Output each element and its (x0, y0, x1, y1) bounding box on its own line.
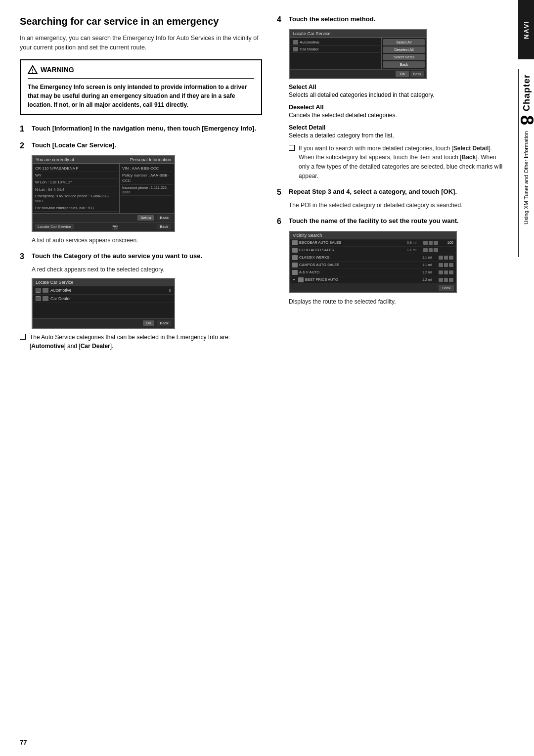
locate-car-service-btn[interactable]: Locate Car Service (35, 224, 74, 229)
vic-mini-4a (439, 263, 443, 267)
deselect-all-button[interactable]: Deselect All (383, 46, 425, 53)
vic-row-echo[interactable]: ECHO AUTO SALES 1.1 mi (290, 247, 456, 254)
vic-mini-6c (449, 278, 453, 282)
warning-divider (28, 78, 254, 79)
back-button-sel2[interactable]: Back (410, 71, 424, 77)
back-button-1[interactable]: Back (157, 215, 172, 221)
step-1: 1 Touch [Information] in the navigation … (20, 124, 262, 134)
step-4-title: Touch the selection method. (289, 15, 375, 24)
step-2-num: 2 (20, 141, 28, 151)
lcs-row-3: W Lon : 118 13'41.2" (34, 179, 118, 186)
vic-icons-5 (439, 270, 453, 274)
automotive-icon (43, 288, 48, 293)
select-all-button[interactable]: Select All (383, 39, 425, 45)
page-container: NAVI Chapter 8 Using XM Tuner and Other … (0, 0, 534, 756)
step-2: 2 Touch [Locate Car Service]. You are cu… (20, 141, 262, 245)
warning-label: WARNING (41, 66, 74, 74)
chapter-sublabel: Using XM Tuner and Other Information (523, 131, 530, 224)
back-button-sel[interactable]: Back (383, 61, 425, 68)
lcs-screen-1: You are currently at: Personal Informati… (32, 155, 175, 232)
vic-mini-5c (449, 270, 453, 274)
back-button-1b[interactable]: Back (157, 224, 171, 229)
step-2-header: 2 Touch [Locate Car Service]. (20, 141, 262, 151)
term-deselect-all: Deselect All Cancels the selected detail… (289, 103, 503, 120)
vic-mini-5a (439, 270, 443, 274)
vic-mini-6b (444, 278, 448, 282)
lcs-title-bar: You are currently at: Personal Informati… (33, 156, 174, 164)
vic-name-5: A & V AUTO (299, 270, 421, 274)
cardealer-checkbox[interactable] (36, 296, 41, 301)
vic-mini-4c (449, 263, 453, 267)
step-1-header: 1 Touch [Information] in the navigation … (20, 124, 262, 134)
vic-screen: Vicinity Search ESCOBAR AUTO SALES 0.9 m… (289, 231, 457, 293)
step-3-title: Touch the Category of the auto service y… (32, 252, 202, 261)
vic-mini-6a (439, 278, 443, 282)
chapter-sidebar: Chapter 8 Using XM Tuner and Other Infor… (518, 69, 534, 257)
vic-row-bestprice[interactable]: ▼ BEST PRICE AUTO 1.2 mi (290, 276, 456, 284)
ok-button-sel[interactable]: OK (396, 71, 409, 77)
sel-automotive-row[interactable]: Automotive (291, 39, 380, 46)
vic-row-classix[interactable]: CLASSIX WERKS 1.1 mi (290, 254, 456, 262)
setup-button[interactable]: Setup (137, 215, 154, 221)
vic-mini-1b (429, 241, 433, 245)
vic-row-av[interactable]: A & V AUTO 1.2 mi (290, 269, 456, 276)
vic-mini-2a (423, 248, 428, 252)
step-5-title: Repeat Step 3 and 4, select a category, … (289, 187, 457, 196)
vic-icons-4 (439, 263, 453, 267)
sel-screen: Locate Car Service Automotive Car Dealer (289, 29, 427, 79)
page-title: Searching for car service in an emergenc… (20, 15, 262, 28)
step-4-num: 4 (277, 15, 285, 25)
step-3-num: 3 (20, 252, 28, 262)
vic-name-3: CLASSIX WERKS (299, 255, 421, 260)
lcs-title-left: You are currently at: (36, 157, 75, 162)
vic-mini-3a (439, 256, 443, 260)
lcs-btn-row: Setup Back (33, 213, 174, 222)
vic-dist-5: 1.2 mi (422, 270, 437, 274)
navi-label: NAVI (523, 20, 530, 39)
vic-btn-row: Back (290, 284, 456, 292)
warning-text: The Emergency Info screen is only intend… (28, 83, 254, 109)
sel-dealer-label: Car Dealer (300, 47, 319, 51)
cat-title-bar: Locate Car Service (33, 279, 174, 286)
vic-dist-2: 1.1 mi (407, 248, 422, 252)
vic-icon-6 (298, 277, 304, 282)
step-6-body: Displays the route to the selected facil… (289, 297, 503, 306)
cat-row-automotive[interactable]: ✓ Automotive 0 (33, 286, 174, 295)
main-content: Searching for car service in an emergenc… (0, 0, 518, 756)
step-6-num: 6 (277, 217, 285, 227)
term-desc-deselect-all: Cancels the selected detailed categories… (289, 112, 397, 119)
vic-icons-3 (439, 256, 453, 260)
lcs-row-1: CR-110 N/PASADENA F (34, 165, 118, 172)
intro-text: In an emergency, you can search the Emer… (20, 34, 262, 52)
cat-row-cardealer[interactable]: Car Dealer (33, 295, 174, 303)
lcs-ins: Insurance phone : 1-111-222-3333 (121, 185, 173, 196)
vic-row-campos[interactable]: CAMPOS AUTO SALES 1.1 mi (290, 262, 456, 269)
lcs-info-left: CR-110 N/PASADENA F WY W Lon : 118 13'41… (33, 164, 120, 213)
select-detail-button[interactable]: Select Detail (383, 54, 425, 60)
step-3: 3 Touch the Category of the auto service… (20, 252, 262, 351)
left-column: Searching for car service in an emergenc… (20, 15, 262, 741)
back-button-cat[interactable]: Back (157, 320, 172, 326)
sel-auto-icon (293, 40, 298, 44)
vic-icons-6 (439, 278, 453, 282)
svg-text:!: ! (32, 68, 33, 74)
step-5: 5 Repeat Step 3 and 4, select a category… (277, 187, 503, 210)
vic-name-4: CAMPOS AUTO SALES (299, 263, 421, 267)
step-4-header: 4 Touch the selection method. (277, 15, 503, 25)
vic-title-bar: Vicinity Search (290, 232, 456, 239)
sel-cardealer-row[interactable]: Car Dealer (291, 46, 380, 53)
vic-mini-2c (434, 248, 438, 252)
vic-row-escobar[interactable]: ESCOBAR AUTO SALES 0.9 mi 100 (290, 239, 456, 247)
automotive-count: 0 (169, 288, 171, 293)
vic-icon-5 (292, 270, 298, 275)
automotive-checkbox[interactable]: ✓ (36, 288, 41, 293)
vic-icon-4 (292, 263, 298, 267)
navi-tab: NAVI (518, 0, 534, 59)
sel-dealer-icon (293, 47, 298, 51)
step-3-body: A red check appears next to the selected… (32, 265, 262, 274)
back-button-vic[interactable]: Back (439, 285, 454, 291)
vic-dist-1: 0.9 mi (407, 241, 422, 244)
ok-button-cat[interactable]: OK (143, 320, 155, 326)
cat-btn-row: OK Back (33, 318, 174, 328)
scroll-indicator: ▼ (292, 278, 296, 281)
